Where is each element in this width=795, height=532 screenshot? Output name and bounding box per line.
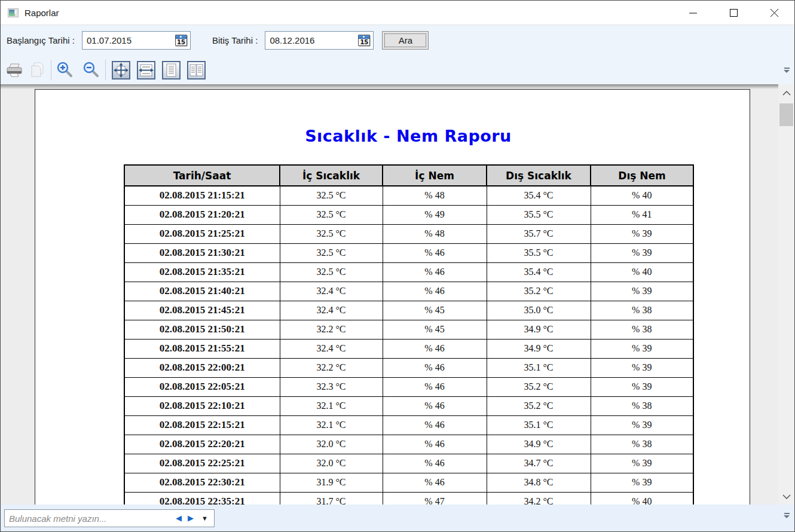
cell-datetime: 02.08.2015 21:40:21: [124, 282, 280, 301]
cell-value: 32.5 °C: [280, 224, 383, 243]
cell-datetime: 02.08.2015 22:20:21: [124, 435, 280, 454]
cell-value: 32.1 °C: [280, 396, 383, 415]
table-row: 02.08.2015 21:25:2132.5 °C% 4835.7 °C% 3…: [124, 224, 693, 243]
zoom-in-button[interactable]: [54, 58, 77, 82]
close-icon: [770, 9, 778, 17]
app-window: Raporlar Başlangıç Tarihi : 01.07.2015 1…: [0, 0, 795, 532]
chevron-down-icon: [782, 494, 791, 499]
table-row: 02.08.2015 21:40:2132.4 °C% 4635.2 °C% 3…: [124, 282, 693, 301]
cell-value: % 39: [591, 473, 693, 492]
table-row: 02.08.2015 22:10:2132.1 °C% 4635.2 °C% 3…: [124, 396, 693, 415]
cell-value: 34.7 °C: [487, 454, 591, 473]
cell-value: % 38: [591, 301, 693, 320]
cell-value: % 39: [591, 358, 693, 377]
table-row: 02.08.2015 21:55:2132.4 °C% 4634.9 °C% 3…: [124, 339, 693, 358]
report-viewer: Sıcaklık - Nem Raporu Tarih/Saatİç Sıcak…: [1, 84, 779, 506]
cell-datetime: 02.08.2015 22:25:21: [124, 454, 280, 473]
calendar-icon: 15: [358, 35, 370, 46]
cell-value: 32.5 °C: [280, 243, 383, 262]
end-date-picker[interactable]: 08.12.2016 15: [265, 31, 374, 50]
cell-value: 32.5 °C: [280, 262, 383, 282]
scroll-up-button[interactable]: [778, 85, 794, 101]
zoom-out-button[interactable]: [80, 58, 103, 82]
end-date-calendar-button[interactable]: 15: [356, 33, 372, 48]
cell-value: 31.9 °C: [280, 473, 383, 492]
title-bar: Raporlar: [1, 1, 794, 25]
find-previous-button[interactable]: ◀: [173, 510, 185, 527]
cell-value: 32.2 °C: [280, 320, 383, 339]
cell-value: % 39: [591, 377, 693, 396]
toolbar-separator: [105, 60, 106, 80]
start-date-picker[interactable]: 01.07.2015 15: [82, 31, 191, 50]
cell-datetime: 02.08.2015 22:30:21: [124, 473, 280, 492]
find-options-dropdown[interactable]: ▼: [197, 510, 214, 527]
cell-value: 35.2 °C: [487, 282, 591, 301]
cell-value: % 39: [591, 243, 693, 262]
cell-value: % 40: [591, 262, 693, 282]
cell-value: 35.1 °C: [487, 358, 591, 377]
cell-value: 34.9 °C: [487, 435, 591, 454]
report-page: Sıcaklık - Nem Raporu Tarih/Saatİç Sıcak…: [35, 89, 750, 506]
find-bar: ◀ ▶ ▼: [1, 505, 794, 531]
cell-value: 35.7 °C: [487, 224, 591, 243]
overflow-icon: [784, 515, 790, 518]
toolbar-overflow-button[interactable]: [784, 68, 790, 73]
column-header: İç Sıcaklık: [280, 165, 383, 186]
maximize-button[interactable]: [713, 1, 754, 25]
find-next-button[interactable]: ▶: [185, 510, 197, 527]
cell-value: % 46: [383, 435, 487, 454]
zoom-out-icon: [82, 61, 100, 79]
cell-datetime: 02.08.2015 21:15:21: [124, 186, 280, 205]
overflow-icon: [784, 70, 790, 73]
header-row: Tarih/Saatİç Sıcaklıkİç NemDış SıcaklıkD…: [124, 165, 693, 186]
close-button[interactable]: [754, 1, 794, 25]
two-pages-icon: [189, 63, 204, 78]
zoom-in-icon: [56, 61, 74, 79]
cell-value: 34.2 °C: [487, 492, 591, 506]
cell-datetime: 02.08.2015 21:55:21: [124, 339, 280, 358]
cell-value: % 39: [591, 339, 693, 358]
table-row: 02.08.2015 22:05:2132.3 °C% 4635.2 °C% 3…: [124, 377, 693, 396]
find-text-input[interactable]: [5, 510, 173, 526]
copy-button[interactable]: [26, 58, 48, 82]
cell-value: % 46: [383, 377, 487, 396]
cell-value: % 48: [383, 186, 487, 205]
cell-value: % 48: [383, 224, 487, 243]
zoom-whole-page-button[interactable]: [112, 61, 130, 80]
table-row: 02.08.2015 22:00:2132.2 °C% 4635.1 °C% 3…: [124, 358, 693, 377]
maximize-icon: [730, 9, 738, 17]
minimize-icon: [689, 9, 697, 17]
window-title: Raporlar: [25, 8, 59, 18]
cell-value: % 45: [383, 301, 487, 320]
cell-value: 35.5 °C: [487, 205, 591, 224]
two-pages-button[interactable]: [187, 61, 206, 80]
scroll-down-button[interactable]: [778, 489, 794, 505]
cell-value: 34.9 °C: [487, 339, 591, 358]
start-date-label: Başlangıç Tarihi :: [7, 35, 75, 45]
zoom-page-width-button[interactable]: [137, 61, 155, 80]
cell-datetime: 02.08.2015 21:35:21: [124, 262, 280, 282]
vertical-scrollbar[interactable]: [778, 84, 794, 506]
cell-value: % 45: [383, 320, 487, 339]
findbar-overflow-button[interactable]: [784, 513, 790, 518]
minimize-button[interactable]: [672, 1, 713, 25]
cell-value: 32.3 °C: [280, 377, 383, 396]
print-button[interactable]: [3, 58, 26, 82]
cell-datetime: 02.08.2015 21:20:21: [124, 205, 280, 224]
cell-value: % 41: [591, 205, 693, 224]
table-row: 02.08.2015 21:15:2132.5 °C% 4835.4 °C% 4…: [124, 186, 693, 205]
single-page-button[interactable]: [162, 61, 181, 80]
table-row: 02.08.2015 22:15:2132.1 °C% 4635.1 °C% 3…: [124, 415, 693, 435]
column-header: Dış Sıcaklık: [487, 165, 591, 186]
cell-value: 35.4 °C: [487, 262, 591, 282]
start-date-calendar-button[interactable]: 15: [173, 33, 189, 48]
table-row: 02.08.2015 21:30:2132.5 °C% 4635.5 °C% 3…: [124, 243, 693, 262]
search-button[interactable]: Ara: [382, 31, 429, 50]
cell-datetime: 02.08.2015 22:10:21: [124, 396, 280, 415]
start-date-value: 01.07.2015: [87, 35, 173, 45]
cell-value: % 49: [383, 205, 487, 224]
cell-datetime: 02.08.2015 22:35:21: [124, 492, 280, 506]
end-date-value: 08.12.2016: [270, 35, 356, 45]
scrollbar-thumb[interactable]: [779, 103, 793, 126]
cell-value: % 39: [591, 454, 693, 473]
